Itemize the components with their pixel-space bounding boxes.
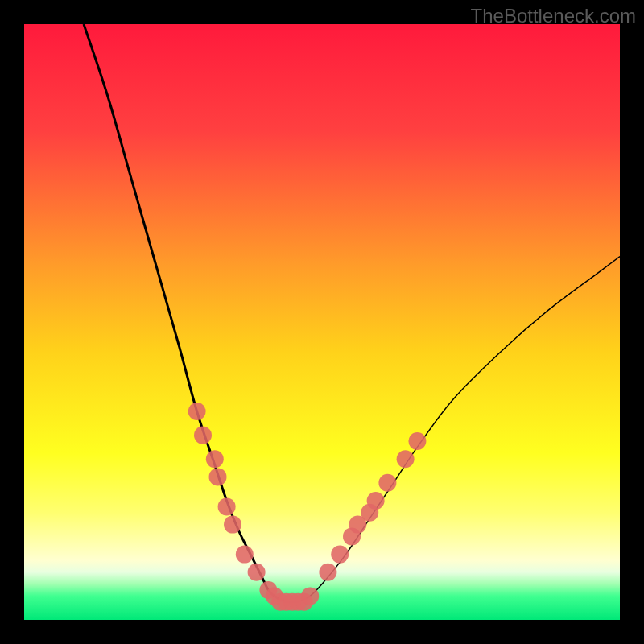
marker-left-7: [248, 564, 266, 581]
marker-left-2: [206, 450, 224, 468]
plot-area: [24, 24, 620, 620]
marker-left-0: [188, 402, 206, 420]
marker-right-6: [378, 474, 396, 492]
watermark-text: TheBottleneck.com: [471, 5, 636, 27]
curve-layer: [24, 24, 620, 620]
data-markers: [188, 402, 427, 611]
marker-left-3: [209, 468, 227, 485]
marker-right-5: [367, 492, 385, 510]
bottleneck-curve: [84, 24, 620, 602]
marker-left-1: [194, 427, 212, 444]
marker-left-6: [236, 546, 254, 564]
marker-right-8: [408, 432, 426, 450]
marker-right-1: [331, 546, 349, 564]
bottleneck-curve-thick: [84, 24, 287, 602]
marker-right-0: [319, 564, 336, 581]
chart-container: TheBottleneck.com: [0, 0, 644, 644]
marker-right-7: [397, 450, 415, 468]
marker-left-5: [224, 516, 242, 534]
marker-bottom-5: [301, 587, 319, 605]
marker-left-4: [218, 497, 236, 515]
